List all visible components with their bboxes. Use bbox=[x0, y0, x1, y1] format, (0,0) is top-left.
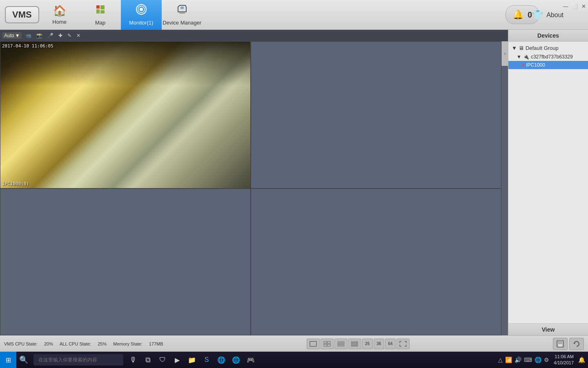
taskbar-app2-icon[interactable]: ▶ bbox=[170, 352, 185, 368]
edit-btn[interactable]: ✎ bbox=[66, 32, 73, 39]
map-icon bbox=[95, 4, 106, 18]
notifications-icon[interactable]: 🔔 bbox=[577, 357, 586, 363]
close-stream-btn[interactable]: ✕ bbox=[75, 32, 82, 39]
layout-36-button[interactable]: 36 bbox=[374, 339, 384, 349]
all-cpu-label: ALL CPU State: bbox=[60, 341, 91, 346]
search-input[interactable] bbox=[33, 354, 123, 366]
svg-rect-23 bbox=[351, 341, 352, 343]
memory-label: Memory State: bbox=[113, 341, 143, 346]
tree-default-group[interactable]: ▼ 🖥 Default Group bbox=[508, 43, 588, 53]
refresh-button[interactable] bbox=[569, 338, 584, 350]
svg-rect-41 bbox=[558, 344, 563, 347]
expand-sidebar-button[interactable]: › bbox=[501, 41, 508, 66]
camera-toolbar: Auto ▼ 📹 📸 🎤 ✚ ✎ ✕ bbox=[0, 30, 508, 41]
taskbar-mic-icon[interactable]: 🎙 bbox=[126, 352, 140, 368]
monitor-icon bbox=[136, 4, 147, 18]
sys-icon-2: 📶 bbox=[504, 357, 513, 363]
device-manager-icon bbox=[176, 4, 188, 18]
svg-rect-15 bbox=[340, 341, 342, 343]
taskbar-search-icon[interactable]: 🔍 bbox=[16, 352, 31, 368]
svg-rect-17 bbox=[338, 343, 339, 344]
minimize-button[interactable]: — bbox=[561, 2, 570, 11]
svg-rect-20 bbox=[338, 345, 339, 346]
svg-rect-19 bbox=[343, 343, 344, 344]
vms-logo[interactable]: VMS bbox=[5, 6, 39, 23]
camera-timestamp: 2017-04-10 11:06:05 bbox=[2, 43, 53, 49]
svg-rect-26 bbox=[356, 341, 358, 343]
record-btn[interactable]: 📹 bbox=[24, 32, 33, 39]
vms-cpu-label: VMS CPU State: bbox=[4, 341, 38, 346]
camera-grid: 2017-04-10 11:06:05 IPC1000(0) bbox=[0, 41, 501, 335]
camera-cell-4[interactable] bbox=[251, 188, 501, 336]
clock-time: 11:06 AM bbox=[554, 354, 574, 360]
camera-feed-1 bbox=[0, 42, 250, 188]
bell-icon: 🔔 bbox=[512, 9, 523, 20]
device-tree: ▼ 🖥 Default Group ▼ 🔌 c327fbd737b63329 ●… bbox=[508, 42, 588, 323]
layout-3x3-button[interactable] bbox=[334, 339, 347, 349]
svg-rect-30 bbox=[356, 343, 358, 344]
svg-rect-14 bbox=[338, 341, 339, 343]
svg-rect-7 bbox=[180, 7, 184, 9]
svg-rect-32 bbox=[353, 344, 354, 346]
layout-25-button[interactable]: 25 bbox=[362, 339, 373, 349]
camera-tree-label: IPC1000 bbox=[526, 62, 545, 68]
svg-rect-13 bbox=[327, 344, 330, 346]
sys-icon-3: 🔊 bbox=[513, 357, 523, 363]
camera-cell-1[interactable]: 2017-04-10 11:06:05 IPC1000(0) bbox=[0, 41, 251, 188]
tree-device-item[interactable]: ▼ 🔌 c327fbd737b63329 bbox=[508, 53, 588, 61]
taskbar-app3-icon[interactable]: 📁 bbox=[185, 352, 199, 368]
layout-1x1-button[interactable] bbox=[307, 339, 320, 349]
svg-point-6 bbox=[140, 8, 143, 11]
nav-home-label: Home bbox=[52, 19, 67, 25]
taskbar-multiview-icon[interactable]: ⧉ bbox=[140, 352, 155, 368]
layout-buttons: 25 36 64 bbox=[307, 339, 410, 349]
taskbar-app6-icon[interactable]: 🌐 bbox=[229, 352, 243, 368]
svg-rect-22 bbox=[343, 345, 344, 346]
notification-count: 0 bbox=[528, 10, 532, 20]
nav-device-manager[interactable]: Device Manager bbox=[162, 0, 203, 30]
sys-icon-1: △ bbox=[497, 357, 504, 363]
nav-home[interactable]: 🏠 Home bbox=[39, 0, 80, 30]
nav-map[interactable]: Map bbox=[80, 0, 121, 30]
camera-cell-2[interactable] bbox=[251, 41, 501, 188]
nav-monitor-label: Monitor(1) bbox=[129, 20, 153, 26]
nav-monitor[interactable]: Monitor(1) bbox=[121, 0, 162, 30]
taskbar-app4-icon[interactable]: S bbox=[199, 352, 214, 368]
auto-label: Auto bbox=[4, 33, 14, 38]
status-info: VMS CPU State: 20% ALL CPU State: 25% Me… bbox=[4, 341, 163, 346]
device-expand-icon: ▼ bbox=[517, 54, 521, 60]
svg-rect-10 bbox=[324, 341, 327, 343]
layout-2x2-button[interactable] bbox=[321, 339, 334, 349]
svg-rect-24 bbox=[353, 341, 354, 343]
camera-cell-3[interactable] bbox=[0, 188, 251, 336]
fullscreen-button[interactable] bbox=[396, 339, 410, 349]
layout-4x4-button[interactable] bbox=[348, 339, 361, 349]
layout-64-button[interactable]: 64 bbox=[385, 339, 396, 349]
sys-icon-5: 🌐 bbox=[533, 357, 543, 363]
restore-button[interactable]: ⬜ bbox=[570, 2, 579, 11]
about-section: 👕 About bbox=[532, 0, 564, 30]
about-label[interactable]: About bbox=[546, 11, 564, 19]
svg-rect-37 bbox=[355, 346, 356, 347]
svg-rect-28 bbox=[353, 343, 354, 344]
svg-rect-34 bbox=[356, 344, 358, 346]
svg-rect-40 bbox=[558, 341, 562, 343]
dropdown-arrow-icon: ▼ bbox=[15, 33, 20, 38]
camera-grid-wrapper: 2017-04-10 11:06:05 IPC1000(0) › bbox=[0, 41, 508, 335]
snapshot-btn[interactable]: 📸 bbox=[35, 32, 44, 39]
taskbar-app7-icon[interactable]: 🎮 bbox=[243, 352, 258, 368]
auto-mode-dropdown[interactable]: Auto ▼ bbox=[2, 32, 22, 39]
close-button[interactable]: ✕ bbox=[579, 2, 588, 11]
tree-camera-item[interactable]: ● IPC1000 bbox=[508, 61, 588, 69]
taskbar-app5-icon[interactable]: 🌐 bbox=[214, 352, 229, 368]
taskbar-app1-icon[interactable]: 🛡 bbox=[155, 352, 170, 368]
system-clock: 11:06 AM 4/10/2017 bbox=[550, 354, 577, 366]
svg-rect-2 bbox=[96, 9, 100, 13]
window-controls: — ⬜ ✕ bbox=[561, 0, 588, 12]
svg-rect-21 bbox=[340, 345, 342, 346]
svg-rect-11 bbox=[327, 341, 330, 343]
audio-btn[interactable]: 🎤 bbox=[46, 32, 55, 39]
save-button[interactable] bbox=[553, 338, 568, 350]
start-button[interactable]: ⊞ bbox=[0, 352, 16, 368]
ptz-btn[interactable]: ✚ bbox=[57, 32, 64, 39]
